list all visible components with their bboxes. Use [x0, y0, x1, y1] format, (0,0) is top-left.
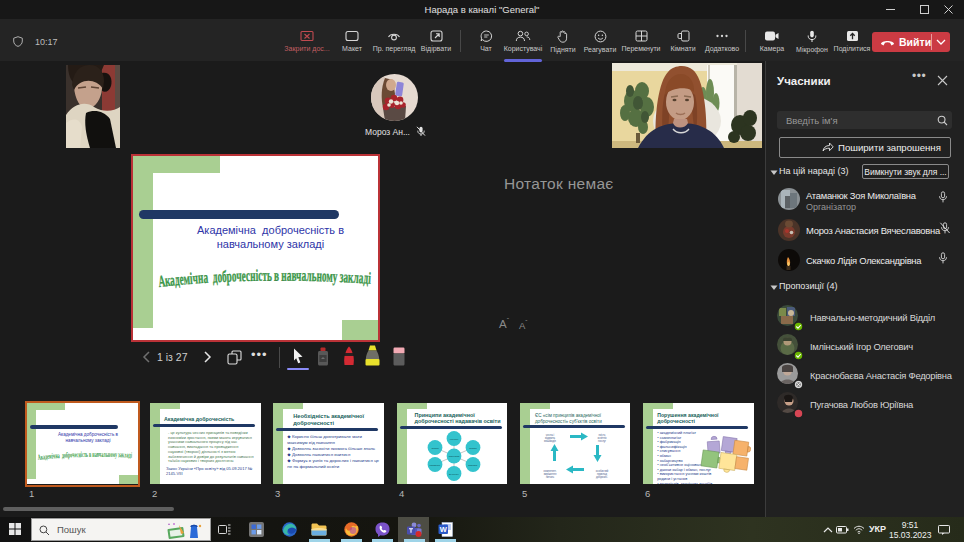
svg-text:повага: повага [469, 447, 477, 450]
svg-text:довіра: довіра [431, 447, 439, 450]
svg-text:Академічна доброчесність в на: Академічна доброчесність в навчальному з… [37, 450, 132, 462]
svg-text:доброчес.: доброчес. [596, 475, 608, 479]
svg-text:послуг: послуг [598, 440, 606, 443]
svg-text:чесність: чесність [449, 438, 459, 441]
svg-text:Академічна доброчесність в на: Академічна доброчесність в навчальному з… [157, 266, 371, 291]
svg-text:справедл.: справедл. [429, 464, 440, 467]
svg-text:взаємодія: взаємодія [544, 439, 557, 443]
svg-text:мужність: мужність [449, 473, 460, 476]
svg-text:відповід.: відповід. [468, 464, 478, 467]
svg-text:W: W [440, 525, 448, 534]
svg-text:питань: питань [546, 476, 555, 479]
svg-text:принципи: принципи [448, 455, 459, 458]
